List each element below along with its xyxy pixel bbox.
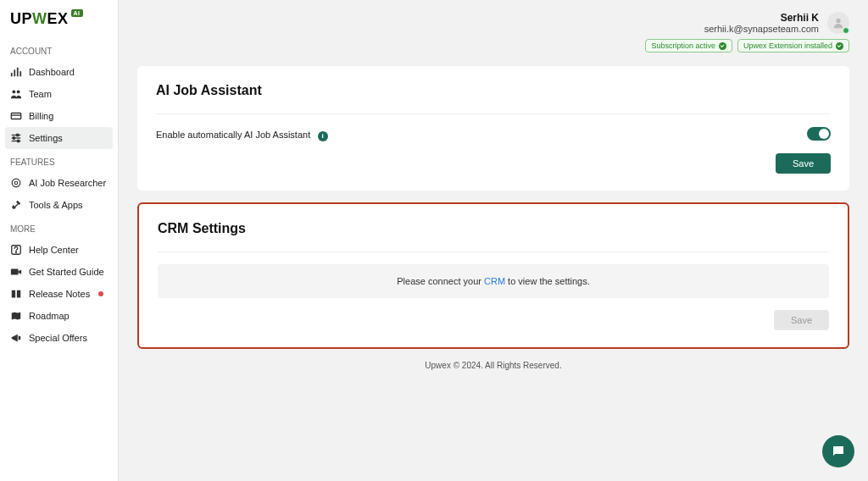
sidebar-item-tools-apps[interactable]: Tools & Apps	[5, 194, 113, 216]
sidebar-item-roadmap[interactable]: Roadmap	[5, 305, 113, 327]
section-header-features: FEATURES	[5, 149, 113, 172]
sidebar-item-label: Tools & Apps	[29, 200, 83, 210]
svg-rect-2	[17, 68, 19, 77]
svg-rect-1	[14, 69, 15, 76]
divider	[158, 252, 829, 252]
crm-connect-notice: Please connect your CRM to view the sett…	[158, 264, 829, 298]
help-icon	[10, 244, 22, 256]
sidebar-item-release-notes[interactable]: Release Notes	[5, 283, 113, 305]
crm-link[interactable]: CRM	[484, 276, 505, 286]
credit-card-icon	[10, 110, 22, 122]
book-icon	[10, 288, 22, 300]
sidebar-item-ai-job-researcher[interactable]: AI Job Researcher	[5, 172, 113, 194]
person-icon	[832, 17, 844, 29]
user-name: Serhii K	[704, 12, 819, 24]
sidebar-item-label: Help Center	[29, 245, 79, 255]
sidebar: UPWEXAI ACCOUNT Dashboard Team Billing S…	[0, 0, 119, 481]
notification-dot-icon	[98, 291, 103, 296]
people-icon	[10, 88, 22, 100]
svg-rect-18	[11, 269, 19, 275]
badge-label: Upwex Extension installed	[743, 41, 832, 50]
user-row: Serhii K serhii.k@synapseteam.com	[704, 12, 849, 34]
avatar[interactable]	[827, 12, 849, 34]
svg-point-11	[13, 137, 15, 140]
badge-label: Subscription active	[651, 41, 715, 50]
check-icon	[836, 42, 843, 50]
check-icon	[719, 42, 726, 50]
sidebar-item-label: Special Offers	[29, 333, 87, 343]
video-icon	[10, 266, 22, 278]
section-header-account: ACCOUNT	[5, 38, 113, 61]
section-header-more: MORE	[5, 216, 113, 239]
main-content: Serhii K serhii.k@synapseteam.com Subscr…	[119, 0, 868, 481]
megaphone-icon	[10, 332, 22, 344]
svg-point-17	[15, 252, 16, 252]
save-button-crm: Save	[774, 310, 829, 330]
sidebar-item-label: Team	[29, 89, 52, 99]
footer-copyright: Upwex © 2024. All Rights Reserved.	[137, 361, 849, 370]
svg-point-15	[14, 181, 18, 185]
setting-label-wrap: Enable automatically AI Job Assistant i	[156, 126, 328, 141]
notice-suffix: to view the settings.	[505, 276, 590, 286]
sidebar-item-label: Dashboard	[29, 67, 75, 77]
subscription-badge: Subscription active	[645, 39, 732, 53]
save-button-ai[interactable]: Save	[776, 153, 831, 174]
user-email: serhii.k@synapseteam.com	[704, 24, 819, 34]
sidebar-item-team[interactable]: Team	[5, 83, 113, 105]
sliders-icon	[10, 132, 22, 144]
card-ai-job-assistant: AI Job Assistant Enable automatically AI…	[137, 66, 849, 191]
chat-icon	[831, 444, 846, 459]
divider	[156, 113, 831, 114]
card-crm-settings: CRM Settings Please connect your CRM to …	[137, 202, 849, 349]
sidebar-item-label: Settings	[29, 133, 63, 143]
svg-rect-0	[11, 73, 13, 76]
toggle-enable-ai[interactable]	[807, 127, 831, 141]
svg-point-19	[836, 19, 840, 23]
notice-prefix: Please connect your	[397, 276, 484, 286]
sidebar-item-label: Roadmap	[29, 311, 70, 321]
user-info: Serhii K serhii.k@synapseteam.com	[704, 12, 819, 34]
sidebar-item-get-started-guide[interactable]: Get Started Guide	[5, 261, 113, 283]
sidebar-item-dashboard[interactable]: Dashboard	[5, 61, 113, 83]
sidebar-item-label: AI Job Researcher	[29, 178, 106, 188]
card-title: AI Job Assistant	[156, 83, 831, 98]
svg-point-4	[12, 90, 15, 93]
brand-logo[interactable]: UPWEXAI	[5, 10, 113, 38]
toggle-knob	[819, 129, 829, 139]
card-title: CRM Settings	[158, 221, 829, 236]
svg-point-5	[17, 90, 20, 93]
header: Serhii K serhii.k@synapseteam.com Subscr…	[119, 0, 868, 58]
target-icon	[10, 177, 22, 189]
badges-row: Subscription active Upwex Extension inst…	[645, 39, 849, 53]
sidebar-item-settings[interactable]: Settings	[5, 127, 113, 149]
svg-rect-6	[11, 113, 20, 119]
bar-chart-icon	[10, 66, 22, 78]
extension-badge: Upwex Extension installed	[737, 39, 849, 53]
sidebar-item-special-offers[interactable]: Special Offers	[5, 327, 113, 349]
map-icon	[10, 310, 22, 322]
sidebar-item-label: Release Notes	[29, 289, 90, 299]
svg-rect-3	[19, 71, 21, 76]
tools-icon	[10, 199, 22, 211]
sidebar-item-billing[interactable]: Billing	[5, 105, 113, 127]
chat-fab[interactable]	[822, 435, 854, 467]
svg-point-9	[16, 134, 19, 136]
svg-point-14	[12, 179, 20, 187]
info-icon[interactable]: i	[318, 131, 328, 141]
sidebar-item-help-center[interactable]: Help Center	[5, 239, 113, 261]
status-dot-icon	[843, 27, 849, 34]
sidebar-item-label: Billing	[29, 111, 53, 121]
setting-row-enable-ai: Enable automatically AI Job Assistant i	[156, 126, 831, 141]
setting-label: Enable automatically AI Job Assistant	[156, 130, 310, 140]
svg-point-13	[17, 140, 19, 142]
sidebar-item-label: Get Started Guide	[29, 267, 104, 277]
